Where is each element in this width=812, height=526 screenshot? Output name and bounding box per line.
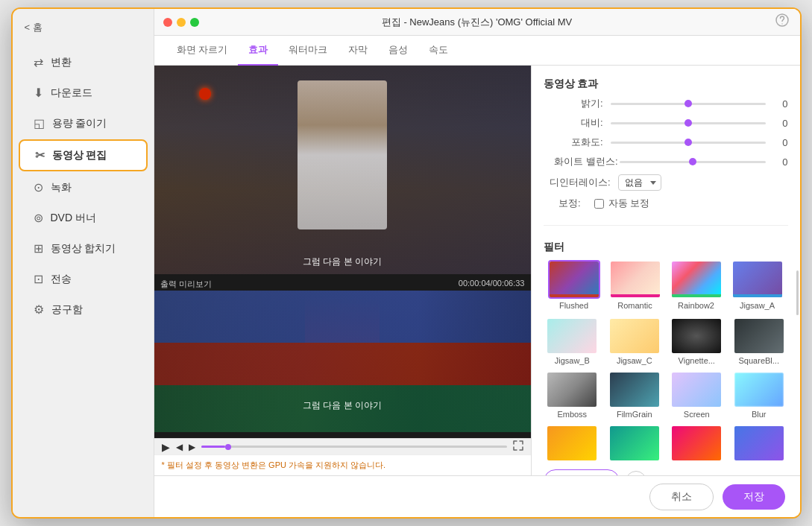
sidebar-label-record: 녹화: [51, 181, 72, 194]
tab-audio[interactable]: 음성: [378, 36, 418, 66]
sidebar-item-transfer[interactable]: ⊡ 전송: [19, 264, 148, 294]
maximize-button[interactable]: [190, 18, 199, 27]
filter-label-flushed: Flushed: [559, 301, 588, 310]
filter-generic3[interactable]: [668, 425, 726, 463]
convert-icon: ⇄: [34, 55, 43, 69]
output-preview: 출력 미리보기 00:00:04/00:06:33: [154, 274, 531, 438]
deinterlace-row: 디인터레이스: 없음: [544, 174, 788, 191]
filter-label-blur: Blur: [752, 410, 767, 419]
sidebar-label-merge: 동영상 합치기: [51, 242, 116, 256]
auto-correction-checkbox[interactable]: [594, 199, 604, 209]
support-icon[interactable]: [775, 13, 790, 31]
filter-thumb-vignette: [670, 317, 723, 355]
brightness-slider[interactable]: [611, 103, 766, 105]
sidebar-item-dvd[interactable]: ⊚ DVD 버너: [19, 203, 148, 232]
filter-rainbow2[interactable]: Rainbow2: [666, 260, 727, 310]
record-icon: ⊙: [34, 180, 43, 194]
filter-label-romantic: Romantic: [617, 301, 652, 310]
filter-thumb-filmgrain: [608, 371, 661, 408]
minimize-button[interactable]: [177, 18, 186, 27]
close-button[interactable]: [163, 18, 172, 27]
filter-blur[interactable]: Blur: [730, 371, 788, 419]
filter-jigsaw-b[interactable]: Jigsaw_B: [544, 317, 602, 365]
sidebar-label-toolbox: 공구함: [51, 303, 83, 317]
contrast-slider[interactable]: [611, 122, 766, 124]
filter-generic4[interactable]: [730, 425, 788, 463]
apply-all-button[interactable]: 모두에 적용: [544, 469, 620, 475]
white-balance-slider[interactable]: [620, 161, 766, 163]
sidebar-item-download[interactable]: ⬇ 다운로드: [19, 78, 148, 107]
contrast-label: 대비:: [544, 116, 603, 130]
deinterlace-label: 디인터레이스:: [544, 176, 611, 189]
brightness-label: 밝기:: [544, 97, 603, 110]
divider: [544, 225, 788, 226]
sidebar: < 홈 ⇄ 변환 ⬇ 다운로드 ◱ 용량 줄이기 ✂ 동영상 편집 ⊙ 녹화 ⊚…: [13, 9, 154, 517]
filter-emboss[interactable]: Emboss: [544, 371, 602, 419]
sidebar-label-convert: 변환: [51, 56, 72, 69]
sidebar-item-convert[interactable]: ⇄ 변환: [19, 48, 148, 77]
fullscreen-button[interactable]: [513, 440, 523, 453]
sidebar-item-merge[interactable]: ⊞ 동영상 합치기: [19, 234, 148, 263]
filter-label-squarebl: SquareBl...: [739, 356, 779, 365]
playback-controls: ▶ ◀ ▶: [154, 438, 531, 454]
correction-label: 보정:: [544, 197, 581, 210]
window-controls: [163, 18, 199, 27]
filter-thumb-jigsaw-a: [731, 260, 784, 299]
filter-flushed[interactable]: Flushed: [544, 260, 605, 310]
app-window: < 홈 ⇄ 변환 ⬇ 다운로드 ◱ 용량 줄이기 ✂ 동영상 편집 ⊙ 녹화 ⊚…: [11, 7, 802, 519]
filter-filmgrain[interactable]: FilmGrain: [605, 371, 664, 419]
filter-strip-flushed: [550, 294, 599, 297]
sidebar-item-video-edit[interactable]: ✂ 동영상 편집: [19, 139, 148, 171]
video-edit-icon: ✂: [35, 148, 45, 162]
filter-generic1[interactable]: [544, 425, 602, 463]
refresh-button[interactable]: ↻: [626, 471, 646, 475]
saturation-slider[interactable]: [611, 142, 766, 144]
prev-button[interactable]: ◀: [176, 442, 183, 452]
filter-squarebl[interactable]: SquareBl...: [730, 317, 788, 365]
white-balance-row: 화이트 밸런스: 0: [544, 155, 788, 168]
filter-label-jigsaw-b: Jigsaw_B: [555, 356, 590, 365]
tab-speed[interactable]: 속도: [418, 36, 459, 66]
filter-generic2[interactable]: [605, 425, 664, 463]
progress-dot: [225, 444, 231, 450]
filter-vignette[interactable]: Vignette...: [668, 317, 726, 365]
sidebar-label-download: 다운로드: [51, 86, 92, 100]
filter-label-filmgrain: FilmGrain: [617, 410, 652, 419]
sidebar-label-video-edit: 동영상 편집: [52, 149, 107, 162]
filter-thumb-rainbow2: [670, 260, 723, 299]
filter-label-emboss: Emboss: [557, 410, 587, 419]
video-panel: 그럼 다음 본 이야기 출력 미리보기 00:00:04/00:06:33: [154, 66, 532, 475]
brightness-row: 밝기: 0: [544, 97, 788, 110]
filter-jigsaw-c[interactable]: Jigsaw_C: [605, 317, 664, 365]
editor-area: 그럼 다음 본 이야기 출력 미리보기 00:00:04/00:06:33: [154, 66, 800, 475]
title-bar: 편집 - NewJeans (뉴진스) 'OMG' Official MV: [154, 9, 800, 36]
contrast-row: 대비: 0: [544, 116, 788, 130]
sidebar-item-compress[interactable]: ◱ 용량 줄이기: [19, 109, 148, 138]
filters-title: 필터: [544, 241, 788, 254]
filter-thumb-squarebl: [733, 317, 785, 355]
filter-screen[interactable]: Screen: [668, 371, 726, 419]
deinterlace-select[interactable]: 없음: [618, 174, 661, 191]
bottom-bar: 취소 저장: [154, 475, 800, 517]
cancel-button[interactable]: 취소: [649, 484, 714, 510]
tab-watermark[interactable]: 워터마크: [278, 36, 338, 66]
save-button[interactable]: 저장: [723, 484, 785, 510]
filter-thumb-generic4: [733, 425, 785, 462]
filter-label-jigsaw-c: Jigsaw_C: [617, 356, 652, 365]
filter-romantic[interactable]: Romantic: [605, 260, 666, 310]
tab-crop[interactable]: 화면 자르기: [166, 36, 239, 66]
sidebar-label-compress: 용량 줄이기: [52, 117, 107, 130]
filter-thumb-generic1: [546, 425, 598, 462]
filter-thumb-jigsaw-c: [608, 317, 661, 355]
correction-row: 보정: 자동 보정: [544, 197, 788, 210]
toolbox-icon: ⚙: [34, 302, 44, 317]
filter-jigsaw-a[interactable]: Jigsaw_A: [727, 260, 788, 310]
sidebar-item-record[interactable]: ⊙ 녹화: [19, 173, 148, 202]
back-button[interactable]: < 홈: [25, 21, 43, 34]
tab-effects[interactable]: 효과: [238, 36, 278, 66]
tab-subtitle[interactable]: 자막: [338, 36, 378, 66]
sidebar-item-toolbox[interactable]: ⚙ 공구함: [19, 295, 148, 324]
progress-bar[interactable]: [201, 446, 507, 448]
next-button[interactable]: ▶: [189, 442, 195, 452]
play-button[interactable]: ▶: [162, 441, 170, 453]
